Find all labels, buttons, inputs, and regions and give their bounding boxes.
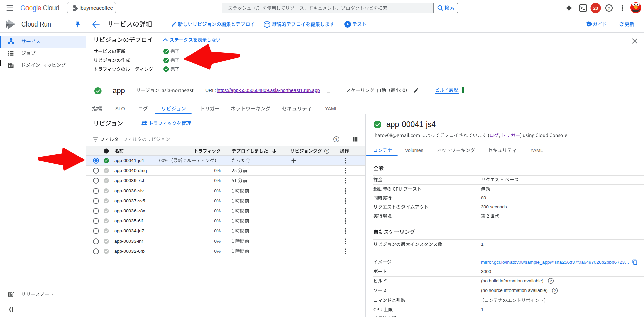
svg-text:?: ? [335,137,337,141]
svg-text:?: ? [326,150,328,153]
svg-text:?: ? [554,289,556,293]
svg-text:23: 23 [593,6,598,11]
svg-text:?: ? [608,6,610,11]
svg-text:?: ? [550,279,552,283]
